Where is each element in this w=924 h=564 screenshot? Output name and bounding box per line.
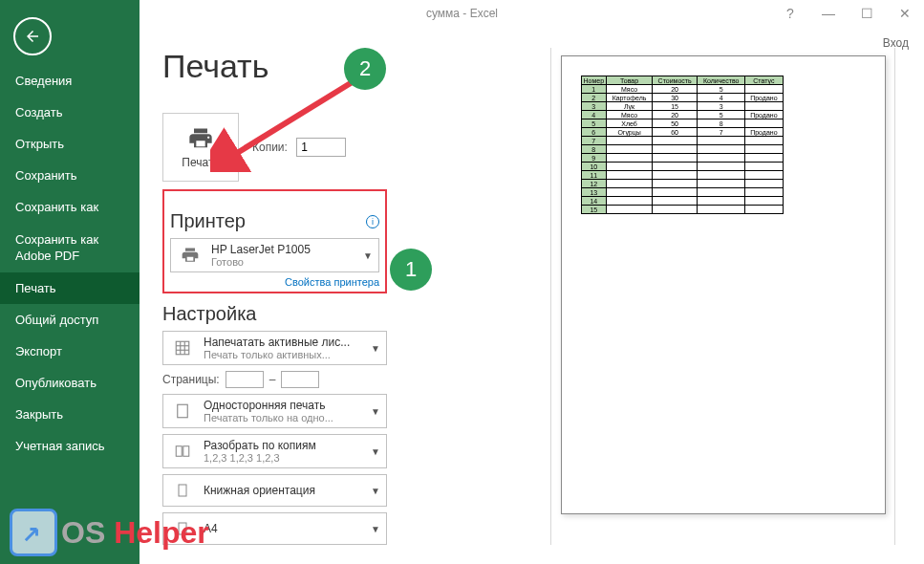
preview-page: НомерТоварСтоимостьКоличествоСтатус 1Мяс… <box>561 55 886 514</box>
sidebar-item-6[interactable]: Печать <box>0 272 140 304</box>
sides-dropdown[interactable]: Односторонняя печатьПечатать только на о… <box>162 394 387 428</box>
sidebar-item-4[interactable]: Сохранить как <box>0 191 140 224</box>
svg-rect-6 <box>176 446 182 457</box>
cursor-icon <box>10 509 57 556</box>
printer-heading: Принтер <box>170 210 246 232</box>
watermark: OS Helper <box>10 509 209 556</box>
print-preview: НомерТоварСтоимостьКоличествоСтатус 1Мяс… <box>550 48 895 545</box>
sidebar-item-8[interactable]: Экспорт <box>0 336 140 367</box>
back-arrow-icon <box>24 28 41 45</box>
svg-rect-0 <box>176 341 189 355</box>
svg-rect-8 <box>179 485 186 496</box>
callout-step-1: 1 <box>390 249 432 291</box>
sidebar-item-1[interactable]: Создать <box>0 97 140 128</box>
chevron-down-icon: ▼ <box>371 406 380 417</box>
chevron-down-icon: ▼ <box>371 343 380 354</box>
svg-rect-7 <box>183 446 189 457</box>
print-panel: Печать Копии: Принтер i HP LaserJet P100… <box>162 113 387 551</box>
print-what-dropdown[interactable]: Напечатать активные лис...Печать только … <box>162 331 387 365</box>
printer-section-highlight: Принтер i HP LaserJet P1005 Готово ▼ Сво… <box>162 189 387 293</box>
collate-dropdown[interactable]: Разобрать по копиям1,2,3 1,2,3 1,2,3 ▼ <box>162 434 387 468</box>
preview-table: НомерТоварСтоимостьКоличествоСтатус 1Мяс… <box>581 76 784 214</box>
printer-status: Готово <box>211 256 355 268</box>
chevron-down-icon: ▼ <box>371 446 380 457</box>
chevron-down-icon: ▼ <box>371 524 380 534</box>
chevron-down-icon: ▼ <box>371 486 380 496</box>
sheets-icon <box>169 336 196 359</box>
pages-range: Страницы: – <box>162 371 387 388</box>
printer-name: HP LaserJet P1005 <box>211 243 355 256</box>
page-icon <box>169 400 196 423</box>
pages-from-input[interactable] <box>226 371 264 388</box>
chevron-down-icon: ▼ <box>363 250 373 261</box>
sidebar-item-7[interactable]: Общий доступ <box>0 304 140 336</box>
sidebar-item-2[interactable]: Открыть <box>0 128 140 160</box>
callout-step-2: 2 <box>344 48 386 90</box>
pages-to-input[interactable] <box>281 371 319 388</box>
sidebar-item-11[interactable]: Учетная запись <box>0 430 140 463</box>
sidebar-item-0[interactable]: Сведения <box>0 65 140 97</box>
collate-icon <box>169 440 196 463</box>
svg-rect-5 <box>178 404 188 418</box>
orientation-dropdown[interactable]: Книжная ориентация ▼ <box>162 474 387 507</box>
backstage-sidebar: СведенияСоздатьОткрытьСохранитьСохранить… <box>0 0 140 564</box>
sidebar-item-5[interactable]: Сохранить как Adobe PDF <box>0 224 140 272</box>
sidebar-item-10[interactable]: Закрыть <box>0 399 140 430</box>
printer-device-icon <box>177 244 204 267</box>
portrait-icon <box>169 479 196 502</box>
settings-heading: Настройка <box>162 303 256 325</box>
svg-line-10 <box>229 78 358 158</box>
printer-dropdown[interactable]: HP LaserJet P1005 Готово ▼ <box>170 238 379 272</box>
printer-properties-link[interactable]: Свойства принтера <box>170 276 379 288</box>
info-icon[interactable]: i <box>366 215 379 228</box>
back-button[interactable] <box>13 17 52 55</box>
sidebar-item-3[interactable]: Сохранить <box>0 160 140 191</box>
sidebar-item-9[interactable]: Опубликовать <box>0 367 140 399</box>
